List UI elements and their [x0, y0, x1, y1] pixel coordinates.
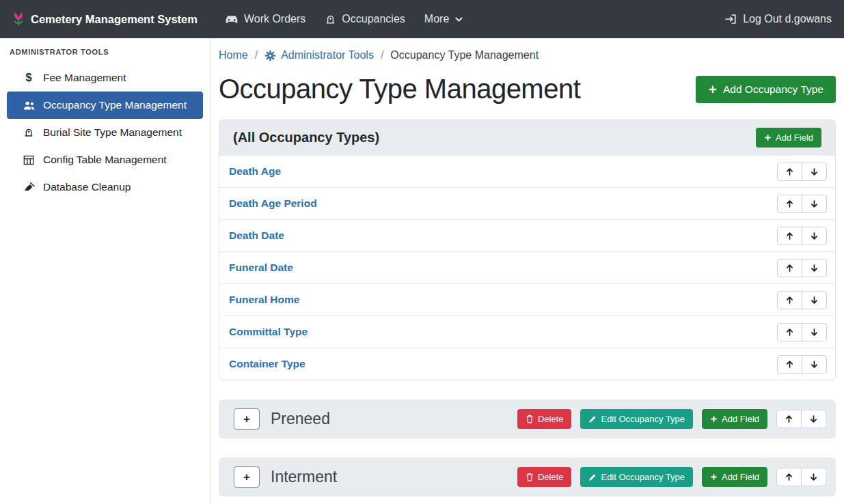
section-title: Interment: [271, 468, 506, 486]
move-down-button[interactable]: [802, 291, 827, 309]
move-down-button[interactable]: [801, 468, 826, 486]
plus-icon: [764, 134, 772, 141]
reorder-controls: [777, 259, 827, 277]
trash-icon: [526, 415, 534, 423]
field-link[interactable]: Funeral Date: [229, 262, 293, 274]
plus-icon: [710, 473, 718, 481]
section-actions: Delete Edit Occupancy Type Add Field: [517, 409, 826, 429]
delete-label: Delete: [538, 414, 564, 424]
move-up-button[interactable]: [777, 227, 802, 245]
move-down-button[interactable]: [802, 259, 827, 277]
move-down-button[interactable]: [802, 227, 827, 245]
field-link[interactable]: Funeral Home: [229, 294, 299, 306]
field-link[interactable]: Committal Type: [229, 326, 308, 338]
arrow-down-icon: [810, 360, 819, 369]
reorder-controls: [777, 195, 827, 213]
move-down-button[interactable]: [802, 163, 827, 181]
move-up-button[interactable]: [776, 410, 802, 428]
expand-section-button[interactable]: +: [234, 466, 260, 488]
add-field-button[interactable]: Add Field: [702, 467, 767, 487]
move-down-button[interactable]: [802, 355, 827, 374]
sidebar-item-database-cleanup[interactable]: Database Cleanup: [7, 173, 203, 201]
move-up-button[interactable]: [777, 355, 802, 374]
sidebar-item-label: Fee Management: [43, 72, 126, 84]
arrow-up-icon: [785, 360, 794, 369]
sidebar-item-burial-site-type-management[interactable]: Burial Site Type Management: [7, 119, 203, 146]
sidebar-item-label: Occupancy Type Management: [43, 99, 187, 111]
move-up-button[interactable]: [777, 323, 802, 341]
trash-icon: [526, 473, 534, 481]
edit-occupancy-type-button[interactable]: Edit Occupancy Type: [580, 409, 693, 429]
app-brand[interactable]: Cemetery Management System: [12, 10, 198, 28]
sidebar-item-label: Burial Site Type Management: [43, 126, 182, 139]
breadcrumb-admin-tools[interactable]: Administrator Tools: [264, 49, 374, 61]
arrow-down-icon: [809, 415, 818, 423]
field-row: Death Age Period: [219, 187, 835, 219]
edit-occupancy-type-label: Edit Occupancy Type: [601, 414, 685, 424]
nav-work-orders-label: Work Orders: [244, 13, 305, 25]
edit-occupancy-type-button[interactable]: Edit Occupancy Type: [580, 467, 693, 487]
field-row: Container Type: [219, 348, 835, 380]
sidebar-item-fee-management[interactable]: $ Fee Management: [7, 64, 203, 92]
breadcrumb-admin-tools-label: Administrator Tools: [281, 49, 374, 61]
add-occupancy-type-button[interactable]: Add Occupancy Type: [696, 76, 836, 103]
breadcrumb: Home / Administrator Tools: [219, 49, 836, 61]
arrow-down-icon: [810, 328, 819, 337]
arrow-up-icon: [785, 232, 794, 240]
field-link[interactable]: Death Date: [229, 229, 284, 242]
move-up-button[interactable]: [777, 291, 802, 309]
nav-more[interactable]: More: [415, 13, 473, 25]
arrow-down-icon: [810, 296, 819, 305]
move-up-button[interactable]: [777, 163, 802, 181]
page-title: Occupancy Type Management: [219, 74, 580, 104]
move-down-button[interactable]: [802, 323, 827, 341]
nav-work-orders[interactable]: Work Orders: [215, 13, 315, 25]
card-title: (All Occupancy Types): [233, 130, 379, 145]
car-icon: [225, 14, 239, 25]
nav-occupancies[interactable]: Occupancies: [315, 13, 415, 25]
add-field-button[interactable]: Add Field: [756, 128, 821, 148]
arrow-down-icon: [810, 264, 819, 272]
occupancy-type-section-preneed: + Preneed Delete Edit Occupancy Type Add…: [219, 400, 836, 438]
arrow-up-icon: [785, 167, 794, 176]
section-actions: Delete Edit Occupancy Type Add Field: [517, 467, 826, 487]
move-down-button[interactable]: [801, 410, 826, 428]
tombstone-icon: [325, 14, 336, 25]
delete-button[interactable]: Delete: [517, 409, 572, 429]
sidebar-item-config-table-management[interactable]: Config Table Management: [7, 146, 203, 173]
field-link[interactable]: Container Type: [229, 358, 305, 370]
add-field-label: Add Field: [722, 414, 759, 424]
all-occupancy-types-card: (All Occupancy Types) Add Field Death Ag…: [219, 120, 836, 380]
reorder-controls: [777, 291, 827, 309]
chevron-down-icon: [454, 15, 463, 24]
reorder-controls: [777, 323, 827, 341]
occupancy-type-section-interment: + Interment Delete Edit Occupancy Type A…: [219, 458, 836, 496]
gear-icon: [264, 50, 276, 61]
move-up-button[interactable]: [777, 195, 802, 213]
add-field-button[interactable]: Add Field: [702, 409, 767, 429]
move-down-button[interactable]: [802, 195, 827, 213]
logout-icon: [724, 14, 737, 25]
edit-occupancy-type-label: Edit Occupancy Type: [601, 472, 685, 482]
arrow-up-icon: [785, 473, 793, 481]
field-link[interactable]: Death Age Period: [229, 197, 317, 210]
move-up-button[interactable]: [777, 259, 802, 277]
plus-icon: +: [243, 412, 250, 426]
main-content: Home / Administrator Tools: [210, 38, 844, 504]
delete-label: Delete: [538, 472, 564, 482]
expand-section-button[interactable]: +: [234, 408, 260, 430]
logout-button[interactable]: Log Out d.gowans: [724, 13, 832, 25]
nav-more-label: More: [424, 13, 449, 25]
field-link[interactable]: Death Age: [229, 165, 281, 178]
arrow-down-icon: [810, 167, 819, 176]
app-title: Cemetery Management System: [31, 13, 198, 26]
move-up-button[interactable]: [776, 468, 802, 486]
breadcrumb-home[interactable]: Home: [219, 49, 248, 61]
arrow-up-icon: [785, 264, 794, 272]
sidebar-item-occupancy-type-management[interactable]: Occupancy Type Management: [7, 92, 203, 119]
tombstone-icon: [22, 127, 36, 138]
delete-button[interactable]: Delete: [517, 467, 572, 487]
field-row: Death Age: [219, 155, 835, 187]
table-icon: [22, 155, 36, 165]
add-occupancy-type-label: Add Occupancy Type: [723, 83, 823, 96]
